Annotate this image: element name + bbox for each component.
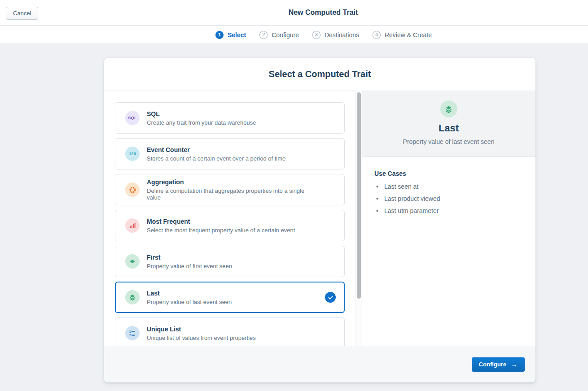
diamond-icon (125, 254, 140, 269)
layers-icon (440, 100, 457, 117)
trait-title: Aggregation (147, 178, 317, 186)
trait-item-unique-list[interactable]: 1 2 Unique List Unique list of values fr… (115, 317, 345, 346)
step-3-label: Destinations (325, 31, 359, 39)
trait-title: Last (147, 290, 232, 297)
step-2-label: Configure (272, 31, 299, 39)
trait-description: Stores a count of a certain event over a… (147, 155, 285, 162)
list-scrollbar-thumb[interactable] (357, 92, 361, 299)
step-3-circle: 3 (312, 31, 320, 39)
trait-description: Unique list of values from event propert… (147, 335, 256, 341)
trait-title: SQL (147, 110, 256, 117)
use-cases-heading: Use Cases (374, 170, 527, 177)
use-case-item: Last product viewed (374, 195, 527, 203)
detail-description: Property value of last event seen (362, 138, 535, 145)
configure-button-label: Configure (479, 361, 506, 368)
stepper: 1 Select 2 Configure 3 Destinations 4 Re… (0, 26, 588, 44)
step-configure[interactable]: 2 Configure (259, 31, 299, 39)
step-4-circle: 4 (373, 31, 381, 39)
cancel-button[interactable]: Cancel (6, 7, 38, 20)
trait-item-event-counter[interactable]: 123 Event Counter Stores a count of a ce… (115, 138, 345, 169)
configure-button[interactable]: Configure → (472, 357, 525, 372)
step-2-circle: 2 (259, 31, 268, 39)
layers-icon (125, 290, 140, 304)
use-cases-section: Use Cases Last seen at Last product view… (362, 157, 535, 219)
use-case-item: Last seen at (374, 183, 527, 191)
trait-title: Most Frequent (147, 218, 295, 225)
selected-check-icon (325, 292, 336, 303)
trait-item-aggregation[interactable]: Aggregation Define a computation that ag… (115, 174, 345, 205)
list-scrollbar-track[interactable] (355, 91, 362, 346)
trait-description: Create any trait from your data warehous… (147, 119, 256, 126)
step-1-label: Select (228, 31, 246, 39)
step-1-circle: 1 (215, 31, 224, 39)
trait-description: Property value of last event seen (147, 299, 232, 305)
arrow-right-icon: → (511, 361, 518, 368)
gear-icon (125, 182, 140, 197)
trait-description: Select the most frequent property value … (147, 227, 295, 234)
step-review-create[interactable]: 4 Review & Create (373, 31, 432, 39)
trait-title: First (147, 254, 232, 261)
bar-chart-icon (125, 218, 140, 233)
card-title: Select a Computed Trait (269, 69, 371, 79)
trait-detail-panel: Last Property value of last event seen U… (362, 91, 535, 346)
trait-item-sql[interactable]: SQL SQL Create any trait from your data … (115, 102, 345, 134)
step-4-label: Review & Create (385, 31, 432, 39)
card-footer: Configure → (104, 346, 535, 382)
trait-list: SQL SQL Create any trait from your data … (104, 91, 355, 346)
card-header: Select a Computed Trait (104, 58, 535, 91)
trait-description: Define a computation that aggregates pro… (147, 187, 317, 201)
123-text-badge-icon: 123 (125, 147, 140, 161)
select-trait-card: Select a Computed Trait SQL SQL Create a… (104, 58, 535, 382)
trait-item-most-frequent[interactable]: Most Frequent Select the most frequent p… (115, 210, 345, 241)
use-cases-list: Last seen at Last product viewed Last ut… (374, 183, 527, 215)
card-body: SQL SQL Create any trait from your data … (104, 91, 535, 346)
step-select[interactable]: 1 Select (215, 31, 246, 39)
trait-item-last[interactable]: Last Property value of last event seen (115, 282, 345, 313)
numbered-list-icon: 1 2 (125, 326, 140, 340)
step-destinations[interactable]: 3 Destinations (312, 31, 359, 39)
page-title: New Computed Trait (289, 9, 358, 17)
trait-description: Property value of first event seen (147, 263, 232, 269)
svg-text:2: 2 (129, 334, 131, 337)
svg-text:1: 1 (129, 330, 131, 333)
trait-item-first[interactable]: First Property value of first event seen (115, 246, 345, 277)
trait-title: Unique List (147, 326, 256, 333)
top-bar: Cancel New Computed Trait (0, 0, 588, 26)
detail-title: Last (362, 122, 535, 134)
detail-header: Last Property value of last event seen (362, 91, 535, 157)
use-case-item: Last utm parameter (374, 207, 527, 215)
trait-title: Event Counter (147, 146, 285, 153)
sql-text-badge-icon: SQL (125, 111, 140, 125)
